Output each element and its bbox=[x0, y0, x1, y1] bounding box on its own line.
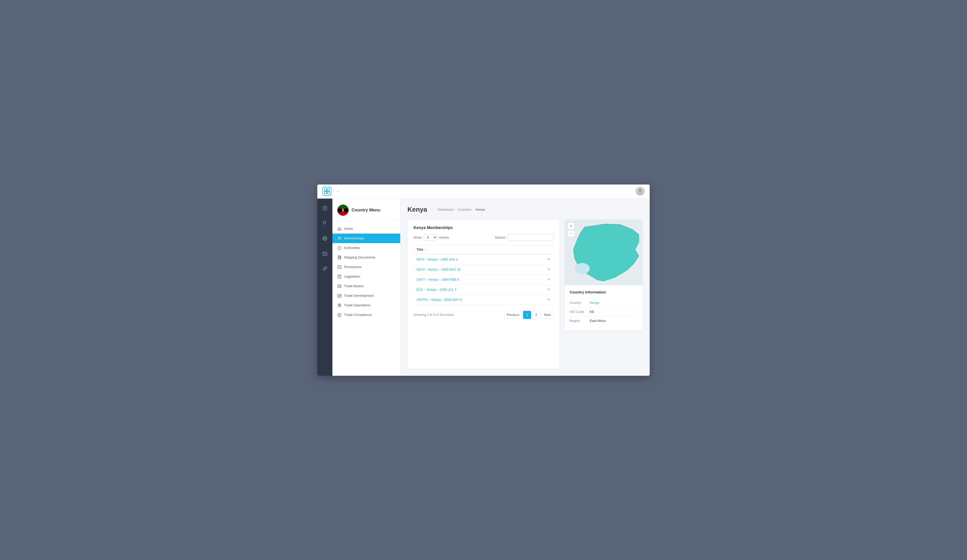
nav-sidebar-header: Country Menu bbox=[332, 199, 400, 221]
table-controls: Show 5 10 25 50 entries Search: bbox=[414, 234, 553, 241]
nav-item-shipping[interactable]: Shipping Documents bbox=[332, 253, 400, 262]
icon-sidebar bbox=[317, 199, 332, 376]
members-icon bbox=[337, 236, 342, 240]
info-value-region: East Africa bbox=[590, 319, 606, 323]
entries-label: entries bbox=[439, 236, 449, 239]
info-row-iso: ISO Code KE bbox=[569, 307, 638, 316]
row-link-1[interactable]: WCO – Kenya – 1965 MAY 24 bbox=[416, 268, 460, 271]
next-button[interactable]: Next bbox=[541, 311, 553, 319]
entries-select[interactable]: 5 10 25 50 bbox=[424, 234, 437, 241]
nav-item-authorities[interactable]: Authorities bbox=[332, 243, 400, 253]
country-info-card: Country Information Country Kenya ISO Co… bbox=[564, 285, 643, 330]
nav-item-legislation[interactable]: Legislation bbox=[332, 272, 400, 282]
svg-rect-2 bbox=[324, 191, 327, 194]
search-area: Search: bbox=[495, 234, 553, 241]
table-row: WTO – Kenya – 1995 JAN 1 👁 bbox=[414, 254, 553, 265]
pagination-row: Showing 1 to 5 of 18 entries Previous 1 … bbox=[414, 311, 553, 319]
view-icon-1[interactable]: 👁 bbox=[547, 268, 551, 271]
development-icon bbox=[337, 294, 342, 298]
svg-point-5 bbox=[638, 192, 642, 194]
breadcrumb: Dashboard - Countries - Kenya bbox=[437, 208, 485, 211]
sidebar-icon-link[interactable] bbox=[320, 264, 329, 273]
row-link-0[interactable]: WTO – Kenya – 1995 JAN 1 bbox=[416, 257, 458, 261]
memberships-data-table: Title ↑↓ WTO – Kenya – 1995 JAN 1 👁 bbox=[414, 245, 553, 305]
info-label-iso: ISO Code bbox=[569, 310, 590, 314]
table-row: WCO – Kenya – 1965 MAY 24 👁 bbox=[414, 264, 553, 274]
page-title: Kenya bbox=[408, 206, 432, 213]
sidebar-icon-globe[interactable] bbox=[320, 234, 329, 243]
info-value-country[interactable]: Kenya bbox=[590, 301, 599, 305]
th-title: Title ↑↓ bbox=[414, 245, 543, 254]
nav-item-home[interactable]: Home bbox=[332, 224, 400, 234]
table-row: EAC – Kenya – 2000 JUL 7 👁 bbox=[414, 284, 553, 295]
view-icon-4[interactable]: 👁 bbox=[547, 298, 551, 301]
nav-item-procedures[interactable]: Procedures bbox=[332, 262, 400, 272]
page-btn-1[interactable]: 1 bbox=[523, 311, 531, 319]
operations-icon bbox=[337, 303, 342, 307]
svg-rect-34 bbox=[338, 285, 341, 287]
svg-point-21 bbox=[340, 237, 341, 238]
svg-point-39 bbox=[338, 304, 341, 307]
table-row: GATT – Kenya – 1964 FEB 5 👁 bbox=[414, 274, 553, 284]
svg-rect-0 bbox=[324, 189, 327, 191]
row-link-3[interactable]: EAC – Kenya – 2000 JUL 7 bbox=[416, 288, 457, 292]
shield-icon bbox=[337, 246, 342, 250]
search-input[interactable] bbox=[508, 234, 553, 241]
kenya-map-svg bbox=[564, 219, 643, 285]
compliance-icon bbox=[337, 313, 342, 317]
view-icon-3[interactable]: 👁 bbox=[547, 288, 551, 292]
svg-rect-1 bbox=[327, 189, 329, 191]
info-label-region: Region bbox=[569, 319, 590, 323]
sidebar-icon-flag[interactable] bbox=[320, 219, 329, 228]
info-value-iso: KE bbox=[590, 310, 594, 314]
info-row-region: Region East Africa bbox=[569, 316, 638, 325]
two-col-layout: Kenya Memberships Show 5 10 25 50 entrie… bbox=[408, 219, 643, 369]
nav-item-trade-basics[interactable]: Trade Basics bbox=[332, 282, 400, 291]
docs-icon bbox=[337, 255, 342, 260]
svg-rect-27 bbox=[338, 265, 341, 268]
nav-item-memberships[interactable]: Memberships bbox=[332, 234, 400, 243]
breadcrumb-current: Kenya bbox=[476, 208, 485, 211]
breadcrumb-dashboard[interactable]: Dashboard bbox=[437, 208, 454, 211]
page-header: Kenya Dashboard - Countries - Kenya bbox=[408, 206, 643, 213]
nav-arrow[interactable]: → bbox=[335, 189, 340, 194]
card-title: Kenya Memberships bbox=[414, 226, 553, 230]
user-avatar[interactable] bbox=[635, 187, 645, 196]
page-btn-2[interactable]: 2 bbox=[532, 311, 540, 319]
kenya-flag bbox=[337, 204, 348, 216]
svg-point-42 bbox=[575, 263, 590, 274]
sort-icons[interactable]: ↑↓ bbox=[425, 248, 427, 251]
nav-sidebar-items: Home Memberships Authorities bbox=[332, 221, 400, 376]
prev-button[interactable]: Previous bbox=[504, 311, 522, 319]
breadcrumb-countries[interactable]: Countries bbox=[457, 208, 472, 211]
view-icon-0[interactable]: 👁 bbox=[547, 257, 551, 261]
main-window: → bbox=[317, 184, 650, 376]
svg-rect-16 bbox=[337, 204, 348, 208]
nav-item-trade-dev[interactable]: Trade Development bbox=[332, 291, 400, 300]
sidebar-icon-map[interactable] bbox=[320, 249, 329, 258]
map-zoom-controls: + − bbox=[568, 222, 575, 237]
row-link-4[interactable]: AfCFTA – Kenya – 2018 MAY 6 bbox=[416, 298, 462, 301]
svg-point-4 bbox=[639, 189, 641, 192]
zoom-in-button[interactable]: + bbox=[568, 222, 575, 229]
view-icon-2[interactable]: 👁 bbox=[547, 278, 551, 282]
info-label-country: Country bbox=[569, 301, 590, 305]
svg-rect-25 bbox=[339, 258, 340, 258]
legislation-icon bbox=[337, 275, 342, 278]
app-logo bbox=[322, 187, 332, 196]
map-container: + − bbox=[564, 219, 643, 285]
row-link-2[interactable]: GATT – Kenya – 1964 FEB 5 bbox=[416, 278, 459, 282]
right-panel: + − bbox=[564, 219, 643, 369]
pagination-controls: Previous 1 2 Next bbox=[504, 311, 553, 319]
svg-point-20 bbox=[338, 237, 340, 238]
nav-item-trade-compliance[interactable]: Trade Compliance bbox=[332, 310, 400, 320]
zoom-out-button[interactable]: − bbox=[568, 230, 575, 237]
th-actions bbox=[543, 245, 553, 254]
nav-sidebar-title: Country Menu bbox=[351, 208, 380, 212]
sidebar-icon-analytics[interactable] bbox=[320, 204, 329, 212]
home-icon bbox=[337, 227, 342, 231]
info-row-country: Country Kenya bbox=[569, 298, 638, 307]
nav-item-trade-ops[interactable]: Trade Operations bbox=[332, 300, 400, 310]
search-label: Search: bbox=[495, 236, 506, 239]
pagination-info: Showing 1 to 5 of 18 entries bbox=[414, 313, 454, 316]
